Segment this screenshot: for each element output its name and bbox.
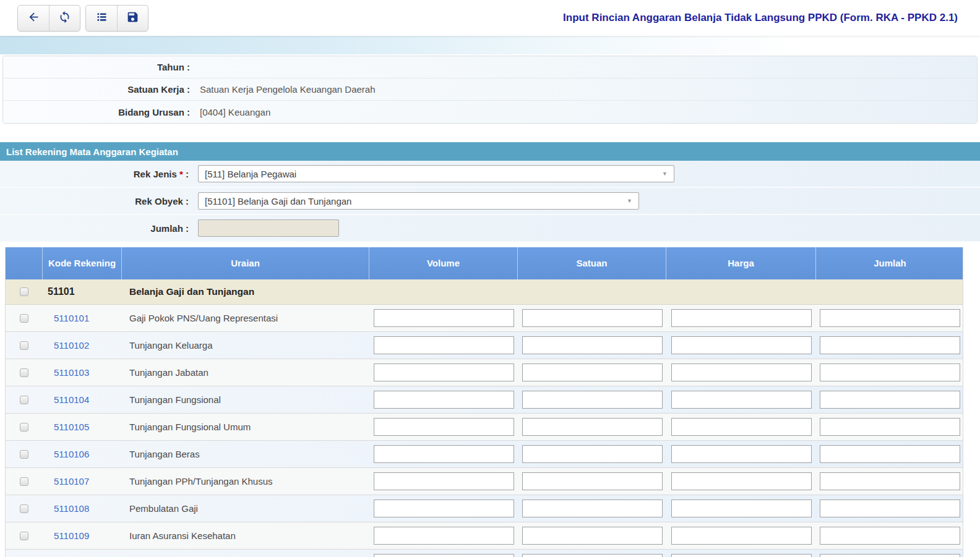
kode-rekening-link[interactable]: 5110109	[54, 530, 89, 541]
row-checkbox[interactable]	[20, 477, 28, 486]
list-icon	[95, 11, 108, 25]
list-button[interactable]	[86, 6, 117, 31]
field-row-rek-jenis: Rek Jenis * : [511] Belanja Pegawai ▼	[0, 161, 980, 188]
page-title: Input Rincian Anggaran Belanja Tidak Lan…	[563, 0, 958, 36]
save-icon	[126, 11, 139, 25]
harga-input[interactable]	[671, 472, 812, 490]
row-checkbox-cell	[6, 423, 43, 432]
table-row: 5110104 Tunjangan Fungsional	[6, 386, 963, 414]
row-checkbox[interactable]	[20, 532, 28, 540]
kode-rekening-cell: 5110106	[43, 449, 122, 459]
volume-input[interactable]	[374, 336, 514, 354]
row-checkbox[interactable]	[20, 504, 28, 513]
harga-input[interactable]	[671, 554, 812, 557]
kode-rekening-link[interactable]: 5110108	[54, 503, 89, 514]
volume-input[interactable]	[374, 527, 514, 545]
row-checkbox-cell	[6, 314, 43, 323]
satuan-input[interactable]	[522, 391, 663, 409]
kode-rekening-link[interactable]: 5110102	[54, 340, 89, 351]
jumlah-input[interactable]	[820, 554, 960, 557]
kode-rekening-link[interactable]: 5110105	[54, 422, 89, 432]
satuan-input[interactable]	[522, 527, 663, 545]
jumlah-input[interactable]	[820, 364, 960, 381]
uraian-cell: Tunjangan PPh/Tunjangan Khusus	[122, 476, 369, 487]
volume-input[interactable]	[374, 309, 514, 327]
jumlah-input[interactable]	[820, 391, 960, 409]
volume-input[interactable]	[374, 554, 514, 557]
row-checkbox[interactable]	[20, 368, 28, 377]
harga-input[interactable]	[671, 364, 812, 381]
rek-jenis-select[interactable]: [511] Belanja Pegawai ▼	[198, 165, 674, 182]
jumlah-input[interactable]	[820, 418, 960, 436]
kode-rekening-cell: 5110101	[43, 313, 122, 323]
row-checkbox-cell	[6, 504, 43, 513]
satuan-input[interactable]	[522, 472, 663, 490]
harga-input[interactable]	[671, 445, 812, 463]
row-checkbox[interactable]	[20, 423, 28, 432]
row-checkbox[interactable]	[20, 314, 28, 323]
header-gradient-band	[0, 36, 980, 54]
satuan-input[interactable]	[522, 336, 663, 354]
partial-next-row	[6, 550, 963, 557]
uraian-cell: Tunjangan Beras	[122, 449, 369, 459]
satuan-input[interactable]	[522, 418, 663, 436]
back-button[interactable]	[18, 6, 49, 31]
row-checkbox[interactable]	[20, 341, 28, 350]
jumlah-input[interactable]	[820, 472, 960, 490]
rek-obyek-select[interactable]: [51101] Belanja Gaji dan Tunjangan ▼	[198, 192, 639, 210]
harga-input[interactable]	[671, 309, 812, 327]
volume-input[interactable]	[374, 364, 514, 381]
tahun-label: Tahun :	[3, 62, 190, 72]
header-harga: Harga	[666, 247, 816, 279]
jumlah-total-field[interactable]	[198, 219, 339, 237]
jumlah-input[interactable]	[820, 445, 960, 463]
group-code: 51101	[43, 286, 122, 297]
satuan-input[interactable]	[522, 309, 663, 327]
volume-input[interactable]	[374, 391, 514, 409]
table-row: 5110105 Tunjangan Fungsional Umum	[6, 414, 963, 441]
uraian-cell: Gaji Pokok PNS/Uang Representasi	[122, 313, 369, 323]
harga-input[interactable]	[671, 418, 812, 436]
jumlah-input[interactable]	[820, 500, 960, 517]
row-checkbox-cell	[6, 477, 43, 486]
row-checkbox[interactable]	[20, 450, 28, 459]
table-row: 5110102 Tunjangan Keluarga	[6, 332, 963, 359]
jumlah-input[interactable]	[820, 527, 960, 545]
satuan-input[interactable]	[522, 554, 663, 557]
kode-rekening-link[interactable]: 5110106	[54, 449, 89, 459]
kode-rekening-link[interactable]: 5110104	[54, 394, 89, 405]
row-checkbox-cell	[6, 532, 43, 540]
toolbar: Input Rincian Anggaran Belanja Tidak Lan…	[0, 0, 980, 36]
row-checkbox-cell	[6, 368, 43, 377]
volume-input[interactable]	[374, 418, 514, 436]
kode-rekening-link[interactable]: 5110107	[54, 476, 89, 487]
group-checkbox[interactable]	[20, 287, 28, 296]
rek-jenis-selected-value: [511] Belanja Pegawai	[205, 169, 296, 179]
harga-input[interactable]	[671, 500, 812, 517]
row-checkbox[interactable]	[20, 396, 28, 404]
save-button[interactable]	[117, 6, 148, 31]
volume-input[interactable]	[374, 500, 514, 517]
harga-input[interactable]	[671, 336, 812, 354]
header-satuan: Satuan	[518, 247, 666, 279]
table-row: 5110109 Iuran Asuransi Kesehatan	[6, 522, 963, 550]
kode-rekening-link[interactable]: 5110101	[54, 313, 89, 323]
header-checkbox-column	[6, 247, 43, 279]
volume-input[interactable]	[374, 472, 514, 490]
uraian-cell: Tunjangan Fungsional	[122, 394, 369, 405]
group-uraian: Belanja Gaji dan Tunjangan	[122, 286, 254, 297]
header-jumlah: Jumlah	[816, 247, 964, 279]
kode-rekening-link[interactable]: 5110103	[54, 367, 89, 378]
jumlah-input[interactable]	[820, 336, 960, 354]
satuan-kerja-label: Satuan Kerja :	[3, 84, 190, 95]
refresh-button[interactable]	[49, 6, 80, 31]
satuan-input[interactable]	[522, 364, 663, 381]
satuan-input[interactable]	[522, 445, 663, 463]
header-kode-rekening: Kode Rekening	[43, 247, 122, 279]
jumlah-input[interactable]	[820, 309, 960, 327]
satuan-input[interactable]	[522, 500, 663, 517]
harga-input[interactable]	[671, 391, 812, 409]
harga-input[interactable]	[671, 527, 812, 545]
required-asterisk: *	[179, 169, 183, 179]
volume-input[interactable]	[374, 445, 514, 463]
